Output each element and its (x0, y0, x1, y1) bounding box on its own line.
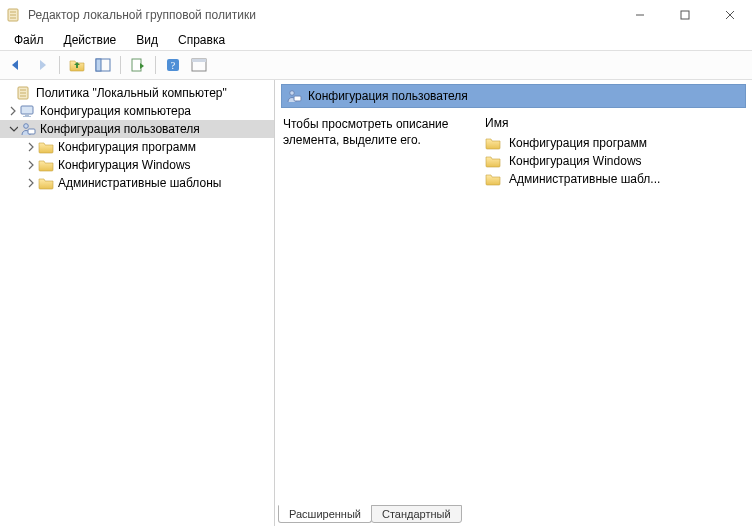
blank-toggle (2, 86, 16, 100)
export-list-button[interactable] (126, 53, 150, 77)
tree-item-label: Конфигурация программ (58, 140, 196, 154)
menu-help[interactable]: Справка (168, 31, 235, 49)
tree-item-label: Конфигурация Windows (58, 158, 191, 172)
close-button[interactable] (707, 1, 752, 29)
toolbar: ? (0, 50, 752, 80)
window-title: Редактор локальной групповой политики (28, 8, 617, 22)
tree-item-software-settings[interactable]: Конфигурация программ (0, 138, 274, 156)
svg-rect-19 (192, 59, 206, 62)
folder-icon (485, 135, 501, 151)
menu-action[interactable]: Действие (54, 31, 127, 49)
folder-icon (485, 171, 501, 187)
tree-item-label: Конфигурация пользователя (40, 122, 200, 136)
menu-file[interactable]: Файл (4, 31, 54, 49)
svg-rect-14 (96, 59, 101, 71)
svg-rect-15 (132, 59, 141, 71)
list-item-label: Административные шабл... (509, 172, 660, 186)
menubar: Файл Действие Вид Справка (0, 30, 752, 50)
description-text: Чтобы просмотреть описание элемента, выд… (283, 117, 448, 147)
app-icon (6, 7, 22, 23)
tree-item-computer-config[interactable]: Конфигурация компьютера (0, 102, 274, 120)
list-column: Имя Конфигурация программ Конфигурация W… (479, 116, 746, 501)
tree-root-label: Политика "Локальный компьютер" (36, 86, 227, 100)
folder-icon (485, 153, 501, 169)
list-item-label: Конфигурация Windows (509, 154, 642, 168)
expand-toggle-icon[interactable] (24, 140, 38, 154)
workspace: Политика "Локальный компьютер" Конфигура… (0, 80, 752, 526)
expand-toggle-icon[interactable] (24, 176, 38, 190)
tree-item-label: Административные шаблоны (58, 176, 221, 190)
help-button[interactable]: ? (161, 53, 185, 77)
tree-item-user-config[interactable]: Конфигурация пользователя (0, 120, 274, 138)
back-button[interactable] (4, 53, 28, 77)
list-column-header[interactable]: Имя (483, 116, 746, 134)
content-body: Конфигурация пользователя Чтобы просмотр… (275, 80, 752, 505)
content-pane: Конфигурация пользователя Чтобы просмотр… (275, 80, 752, 526)
up-folder-button[interactable] (65, 53, 89, 77)
svg-rect-10 (681, 11, 689, 19)
maximize-button[interactable] (662, 1, 707, 29)
list-item[interactable]: Конфигурация программ (483, 134, 746, 152)
tree-root[interactable]: Политика "Локальный компьютер" (0, 84, 274, 102)
content-columns: Чтобы просмотреть описание элемента, выд… (281, 116, 746, 501)
tab-standard[interactable]: Стандартный (371, 505, 462, 523)
menu-view[interactable]: Вид (126, 31, 168, 49)
folder-icon (38, 139, 54, 155)
folder-icon (38, 157, 54, 173)
folder-icon (38, 175, 54, 191)
tree-item-label: Конфигурация компьютера (40, 104, 191, 118)
toolbar-separator (155, 56, 156, 74)
collapse-toggle-icon[interactable] (6, 122, 20, 136)
description-column: Чтобы просмотреть описание элемента, выд… (281, 116, 479, 501)
tab-extended[interactable]: Расширенный (278, 505, 372, 523)
computer-config-icon (20, 103, 36, 119)
list-item-label: Конфигурация программ (509, 136, 647, 150)
minimize-button[interactable] (617, 1, 662, 29)
show-hide-tree-button[interactable] (91, 53, 115, 77)
titlebar: Редактор локальной групповой политики (0, 0, 752, 30)
tabstrip: Расширенный Стандартный (275, 505, 752, 526)
user-config-icon (20, 121, 36, 137)
content-header-band: Конфигурация пользователя (281, 84, 746, 108)
list-item[interactable]: Конфигурация Windows (483, 152, 746, 170)
content-header-title: Конфигурация пользователя (308, 89, 468, 103)
tree-item-windows-settings[interactable]: Конфигурация Windows (0, 156, 274, 174)
list-item[interactable]: Административные шабл... (483, 170, 746, 188)
window-controls (617, 1, 752, 29)
tree-item-admin-templates[interactable]: Административные шаблоны (0, 174, 274, 192)
expand-toggle-icon[interactable] (24, 158, 38, 172)
scroll-icon (16, 85, 32, 101)
toolbar-separator (59, 56, 60, 74)
tree-pane[interactable]: Политика "Локальный компьютер" Конфигура… (0, 80, 275, 526)
user-config-icon (286, 88, 302, 104)
svg-text:?: ? (171, 60, 176, 71)
forward-button[interactable] (30, 53, 54, 77)
expand-toggle-icon[interactable] (6, 104, 20, 118)
properties-button[interactable] (187, 53, 211, 77)
toolbar-separator (120, 56, 121, 74)
